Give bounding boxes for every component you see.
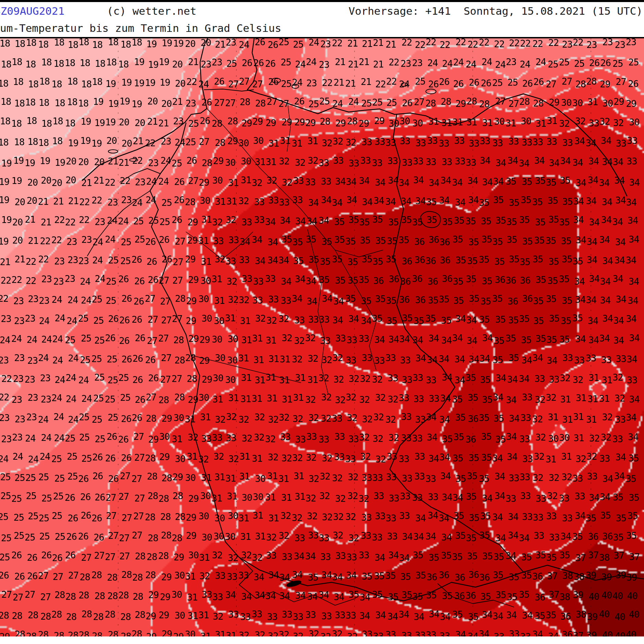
temperature-value: 23 xyxy=(185,98,196,108)
temperature-value: 33 xyxy=(413,394,424,403)
temperature-value: 23 xyxy=(14,353,25,362)
temperature-value: 21 xyxy=(108,156,119,165)
temperature-value: 34 xyxy=(576,235,586,244)
temperature-value: 28 xyxy=(202,158,212,168)
temperature-value: 35 xyxy=(467,551,478,560)
temperature-value: 29 xyxy=(202,374,212,384)
temperature-value: 21 xyxy=(361,77,371,86)
temperature-value: 28 xyxy=(132,573,143,582)
temperature-value: 33 xyxy=(562,353,573,362)
temperature-value: 23 xyxy=(107,198,118,207)
temperature-value: 23 xyxy=(15,414,25,423)
temperature-value: 33 xyxy=(359,550,369,560)
temperature-value: 24 xyxy=(466,59,476,69)
temperature-value: 35 xyxy=(453,235,463,244)
temperature-value: 33 xyxy=(385,630,396,636)
temperature-value: 18 xyxy=(26,38,36,47)
temperature-value: 34 xyxy=(612,274,623,283)
temperature-value: 28 xyxy=(148,533,158,543)
temperature-value: 36 xyxy=(400,276,411,286)
temperature-value: 40 xyxy=(599,609,610,619)
temperature-value: 25 xyxy=(78,313,89,323)
temperature-value: 33 xyxy=(305,177,316,186)
temperature-value: 34 xyxy=(574,276,585,286)
temperature-value: 31 xyxy=(198,236,209,245)
temperature-value: 25 xyxy=(172,158,182,168)
temperature-value: 35 xyxy=(535,334,546,343)
temperature-value: 33 xyxy=(228,235,239,244)
temperature-value: 24 xyxy=(67,295,78,304)
temperature-value: 33 xyxy=(319,533,330,543)
temperature-value: 33 xyxy=(587,472,597,481)
temperature-value: 32 xyxy=(255,313,266,323)
temperature-value: 24 xyxy=(53,412,64,421)
temperature-value: 36 xyxy=(454,591,465,600)
temperature-value: 32 xyxy=(305,333,316,343)
temperature-value: 32 xyxy=(561,472,572,481)
temperature-value: 32 xyxy=(292,513,302,522)
temperature-value: 24 xyxy=(54,433,65,442)
temperature-value: 18 xyxy=(13,77,24,86)
temperature-value: 25 xyxy=(281,58,291,67)
temperature-value: 31 xyxy=(188,611,198,620)
temperature-value: 33 xyxy=(520,632,531,636)
temperature-value: 34 xyxy=(374,335,385,344)
temperature-value: 35 xyxy=(306,235,316,244)
temperature-value: 35 xyxy=(509,572,519,582)
temperature-value: 31 xyxy=(576,393,586,402)
temperature-value: 34 xyxy=(388,550,399,559)
temperature-value: 32 xyxy=(559,119,570,128)
temperature-value: 36 xyxy=(389,274,399,284)
temperature-value: 31 xyxy=(548,412,558,422)
temperature-value: 31 xyxy=(295,373,306,382)
temperature-value: 23 xyxy=(14,316,25,325)
temperature-value: 25 xyxy=(386,98,397,107)
temperature-value: 32 xyxy=(321,393,332,402)
temperature-value: 19 xyxy=(134,78,145,87)
temperature-value: 18 xyxy=(39,98,49,107)
temperature-value: 35 xyxy=(547,276,558,285)
temperature-value: 34 xyxy=(628,296,639,305)
temperature-value: 25 xyxy=(120,256,131,265)
temperature-value: 24 xyxy=(66,394,76,403)
temperature-value: 26 xyxy=(122,355,132,364)
temperature-value: 33 xyxy=(401,631,412,636)
temperature-value: 35 xyxy=(468,393,479,402)
temperature-value: 34 xyxy=(506,432,517,441)
temperature-value: 33 xyxy=(400,136,410,146)
temperature-value: 34 xyxy=(321,195,332,204)
temperature-value: 36 xyxy=(402,257,412,266)
temperature-value: 35 xyxy=(426,197,437,206)
temperature-value: 33 xyxy=(308,315,319,324)
temperature-value: 19 xyxy=(13,156,24,165)
temperature-value: 32 xyxy=(333,137,343,146)
temperature-value: 32 xyxy=(612,373,623,382)
temperature-value: 32 xyxy=(602,412,612,421)
temperature-value: 34 xyxy=(439,513,449,523)
temperature-value: 25 xyxy=(55,532,65,541)
temperature-value: 35 xyxy=(466,492,477,501)
temperature-value: 24 xyxy=(52,355,63,364)
temperature-value: 27 xyxy=(145,294,156,303)
temperature-value: 34 xyxy=(359,611,370,620)
temperature-value: 34 xyxy=(492,512,503,522)
temperature-value: 34 xyxy=(615,196,626,205)
temperature-value: 34 xyxy=(575,511,585,520)
temperature-value: 23 xyxy=(602,38,613,47)
temperature-value: 20 xyxy=(185,39,196,48)
temperature-value: 31 xyxy=(200,412,211,422)
temperature-value: 33 xyxy=(389,493,399,503)
temperature-value: 35 xyxy=(480,375,491,384)
temperature-value: 34 xyxy=(521,356,532,365)
temperature-value: 31 xyxy=(228,393,239,402)
temperature-value: 34 xyxy=(455,630,466,636)
temperature-value: 24 xyxy=(52,295,62,304)
temperature-value: 33 xyxy=(295,533,305,542)
temperature-value: 23 xyxy=(25,374,35,384)
temperature-value: 34 xyxy=(399,553,410,562)
temperature-value: 30 xyxy=(412,119,423,128)
temperature-value: 27 xyxy=(214,98,225,107)
temperature-value: 32 xyxy=(295,158,306,167)
temperature-value: 34 xyxy=(280,591,290,600)
temperature-value: 32 xyxy=(586,452,597,461)
